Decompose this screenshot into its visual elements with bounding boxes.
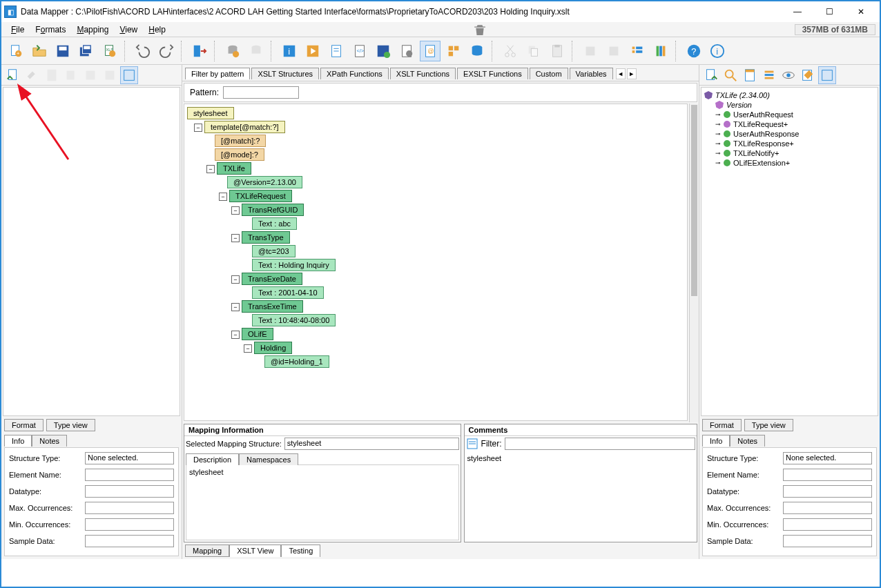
r-edit-icon[interactable] — [799, 66, 817, 84]
right-item[interactable]: ⊸OLifEExtension+ — [704, 158, 875, 168]
r-format-button[interactable]: Format — [702, 419, 742, 431]
node-version[interactable]: @Version=2.13.00 — [227, 176, 302, 188]
pattern-input[interactable] — [223, 86, 299, 99]
tab-exslt[interactable]: EXSLT Functions — [457, 68, 528, 79]
notes-tab[interactable]: Notes — [32, 435, 67, 447]
list-icon[interactable] — [627, 41, 648, 61]
tab-variables[interactable]: Variables — [570, 68, 613, 79]
right-tree[interactable]: TXLife (2.34.00) Version ⊸UserAuthReques… — [701, 87, 878, 416]
canvas-scrollbar[interactable] — [689, 104, 699, 422]
node-exedate[interactable]: TransExeDate — [242, 273, 302, 285]
exit-icon[interactable] — [189, 41, 210, 61]
right-item[interactable]: ⊸UserAuthResponse — [704, 129, 875, 139]
save-all-icon[interactable] — [76, 41, 97, 61]
expand-icon[interactable] — [120, 66, 138, 84]
toggle[interactable]: − — [194, 124, 202, 132]
right-root[interactable]: TXLife (2.34.00) — [704, 90, 875, 100]
undo-icon[interactable] — [133, 41, 153, 61]
tab-xslt-structures[interactable]: XSLT Structures — [251, 68, 319, 79]
menu-file[interactable]: File — [6, 23, 30, 36]
right-item[interactable]: ⊸TXLifeNotify+ — [704, 148, 875, 158]
maximize-button[interactable]: ☐ — [813, 1, 845, 22]
filter-input[interactable] — [505, 438, 695, 450]
info-tab[interactable]: Info — [4, 435, 32, 447]
bottom-tab-mapping[interactable]: Mapping — [185, 545, 229, 557]
toggle[interactable]: − — [231, 206, 240, 215]
database-icon[interactable] — [467, 41, 487, 61]
node-mode[interactable]: [@mode]:? — [215, 148, 264, 161]
r-typeview-button[interactable]: Type view — [744, 419, 793, 431]
close-button[interactable]: ✕ — [845, 1, 877, 22]
right-item[interactable]: Version — [704, 100, 875, 110]
node-transtype[interactable]: TransType — [242, 231, 290, 244]
node-texthold[interactable]: Text : Holding Inquiry — [252, 259, 336, 271]
toggle[interactable]: − — [231, 234, 240, 242]
left-tree[interactable] — [3, 87, 180, 416]
doc-lines-icon[interactable] — [326, 41, 347, 61]
r-info-tab[interactable]: Info — [702, 435, 730, 447]
node-textabc[interactable]: Text : abc — [252, 217, 297, 230]
toggle[interactable]: − — [206, 165, 215, 173]
tab-scroll-right[interactable]: ► — [627, 68, 637, 79]
toggle[interactable]: − — [219, 193, 227, 201]
doc-code-icon[interactable]: </> — [349, 41, 370, 61]
menu-view[interactable]: View — [114, 23, 143, 36]
trash-icon[interactable] — [474, 23, 486, 36]
menu-help[interactable]: Help — [143, 23, 171, 36]
add-format-icon[interactable] — [4, 66, 22, 84]
tab-filter[interactable]: Filter by pattern — [185, 68, 250, 79]
node-stylesheet[interactable]: stylesheet — [187, 107, 234, 119]
doc-gear-icon[interactable] — [396, 41, 417, 61]
tab-xpath[interactable]: XPath Functions — [320, 68, 389, 79]
toggle[interactable]: − — [231, 331, 240, 339]
right-item[interactable]: ⊸TXLifeRequest+ — [704, 119, 875, 129]
node-idhold[interactable]: @id=Holding_1 — [264, 355, 329, 368]
export-xls-icon[interactable]: XLS — [99, 41, 120, 61]
node-txlife[interactable]: TXLife — [217, 162, 251, 175]
node-refguid[interactable]: TransRefGUID — [242, 204, 304, 216]
minimize-button[interactable]: — — [782, 1, 813, 22]
tab-scroll-left[interactable]: ◄ — [616, 68, 626, 79]
menu-formats[interactable]: Formats — [30, 23, 71, 36]
info-blue-icon[interactable]: i — [279, 41, 300, 61]
r-expand-icon[interactable] — [818, 66, 836, 84]
right-item[interactable]: ⊸TXLifeResponse+ — [704, 139, 875, 148]
r-notes-icon[interactable] — [741, 66, 759, 84]
about-icon[interactable]: i — [707, 41, 728, 61]
doc-at-icon[interactable]: @ — [420, 41, 440, 61]
r-eye-icon[interactable] — [780, 66, 797, 84]
tab-custom[interactable]: Custom — [530, 68, 568, 79]
grid-orange-icon[interactable] — [443, 41, 464, 61]
comment-item[interactable]: stylesheet — [467, 454, 502, 462]
db-add-icon[interactable] — [222, 41, 243, 61]
save-green-icon[interactable] — [373, 41, 394, 61]
mapping-canvas[interactable]: stylesheet −template[@match:?] [@match]:… — [184, 104, 688, 421]
help-icon[interactable]: ? — [684, 41, 704, 61]
r-list-icon[interactable] — [760, 66, 778, 84]
redo-icon[interactable] — [156, 41, 177, 61]
node-texttime[interactable]: Text : 10:48:40-08:00 — [252, 314, 336, 326]
node-holding[interactable]: Holding — [254, 342, 292, 354]
save-icon[interactable] — [52, 41, 73, 61]
node-tc203[interactable]: @tc=203 — [252, 245, 296, 257]
node-exetime[interactable]: TransExeTime — [242, 300, 303, 313]
node-template[interactable]: template[@match:?] — [204, 121, 285, 133]
play-orange-icon[interactable] — [302, 41, 323, 61]
toggle[interactable]: − — [231, 275, 240, 284]
r-notes-tab[interactable]: Notes — [730, 435, 765, 447]
menu-mapping[interactable]: Mapping — [71, 23, 114, 36]
node-match[interactable]: [@match]:? — [215, 135, 266, 147]
bottom-tab-xsltview[interactable]: XSLT View — [229, 545, 281, 557]
bars-icon[interactable] — [650, 41, 671, 61]
format-button[interactable]: Format — [4, 419, 43, 431]
toggle[interactable]: − — [244, 344, 252, 353]
r-search-icon[interactable] — [722, 66, 739, 84]
new-file-icon[interactable]: + — [6, 41, 26, 61]
node-textdate[interactable]: Text : 2001-04-10 — [252, 286, 324, 299]
r-add-icon[interactable] — [702, 66, 720, 84]
node-txreq[interactable]: TXLifeRequest — [229, 190, 292, 202]
tab-xslt-functions[interactable]: XSLT Functions — [390, 68, 456, 79]
open-file-icon[interactable] — [29, 41, 50, 61]
right-item[interactable]: ⊸UserAuthRequest — [704, 110, 875, 119]
bottom-tab-testing[interactable]: Testing — [281, 545, 320, 557]
